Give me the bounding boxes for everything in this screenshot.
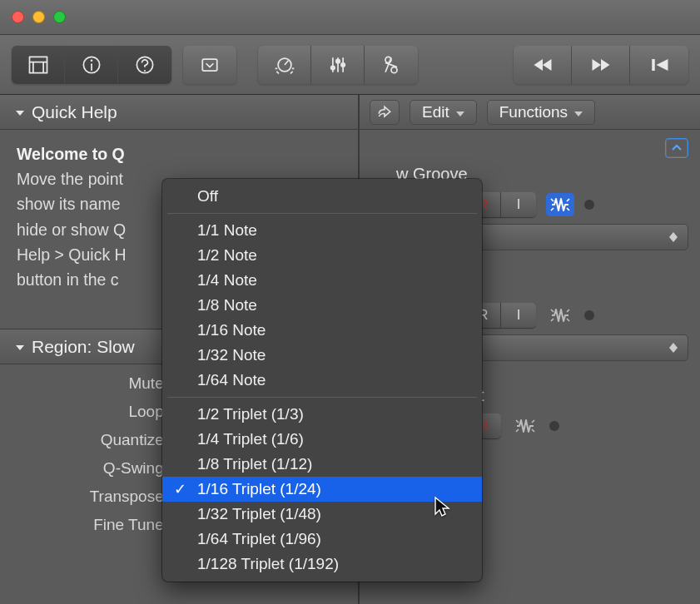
quantize-option[interactable]: 1/8 Triplet (1/12): [162, 452, 482, 477]
quantize-popup-menu[interactable]: Off1/1 Note1/2 Note1/4 Note1/8 Note1/16 …: [162, 179, 482, 582]
track-toolbar: Edit Functions: [360, 95, 700, 130]
quantize-option[interactable]: 1/4 Triplet (1/6): [162, 427, 482, 452]
inspector-button[interactable]: [65, 46, 118, 84]
mouse-cursor-icon: [434, 496, 450, 517]
library-button[interactable]: [12, 46, 65, 84]
toolbar-toggle-button[interactable]: [183, 46, 236, 84]
flex-icon[interactable]: [546, 193, 574, 216]
track-color-dot: [584, 200, 594, 210]
stepper-icon: [669, 343, 678, 353]
svg-point-19: [391, 67, 397, 72]
window-titlebar: [0, 0, 700, 35]
catch-playhead-button[interactable]: [370, 100, 400, 125]
menu-separator: [167, 397, 477, 398]
quantize-option[interactable]: 1/2 Note: [162, 243, 482, 268]
mixer-button[interactable]: [311, 46, 365, 84]
quantize-option[interactable]: 1/8 Note: [162, 293, 482, 318]
stepper-icon: [669, 232, 678, 242]
editors-button[interactable]: [365, 46, 418, 84]
track-color-dot: [584, 310, 594, 320]
input-monitor-button[interactable]: I: [501, 303, 536, 328]
disclosure-triangle-icon: [15, 337, 25, 357]
region-title: Region: Slow: [32, 337, 135, 357]
flex-icon[interactable]: [546, 304, 574, 327]
param-label: Mute:: [0, 374, 176, 393]
svg-line-8: [276, 71, 279, 73]
chevron-down-icon: [574, 103, 583, 121]
param-label: Transpose:: [0, 488, 176, 506]
quantize-option[interactable]: 1/64 Triplet (1/96): [162, 527, 482, 552]
quantize-option[interactable]: 1/16 Note: [162, 318, 482, 343]
svg-point-17: [340, 62, 344, 66]
disclosure-triangle-icon: [15, 102, 25, 122]
flex-icon[interactable]: [511, 414, 539, 438]
functions-menu[interactable]: Functions: [487, 100, 595, 125]
svg-rect-5: [202, 59, 217, 71]
smart-controls-button[interactable]: [258, 46, 311, 84]
param-label: Quantize:: [0, 431, 176, 449]
close-window-button[interactable]: [12, 11, 24, 23]
quantize-option[interactable]: 1/2 Triplet (1/3): [162, 402, 482, 427]
zoom-window-button[interactable]: [53, 11, 66, 23]
chevron-down-icon: [456, 103, 464, 121]
quantize-option[interactable]: 1/64 Note: [162, 368, 482, 393]
svg-line-7: [285, 60, 288, 64]
hide-flex-button[interactable]: [665, 138, 688, 158]
track-color-dot: [549, 421, 559, 431]
edit-menu[interactable]: Edit: [410, 100, 477, 125]
menu-separator: [167, 213, 477, 214]
checkmark-icon: ✓: [174, 480, 186, 498]
minimize-window-button[interactable]: [32, 11, 45, 23]
svg-line-10: [290, 71, 293, 73]
param-label: Loop:: [0, 403, 176, 421]
quick-help-title: Quick Help: [32, 102, 117, 122]
input-monitor-button[interactable]: I: [501, 192, 536, 217]
quick-help-header[interactable]: Quick Help: [0, 95, 358, 130]
main-toolbar: [0, 35, 700, 95]
quantize-option[interactable]: 1/128 Triplet (1/192): [162, 552, 482, 577]
quantize-option[interactable]: 1/32 Note: [162, 343, 482, 368]
svg-rect-22: [652, 59, 655, 71]
go-to-start-button[interactable]: [630, 46, 688, 84]
quantize-option[interactable]: 1/4 Note: [162, 268, 482, 293]
quick-help-button[interactable]: [118, 46, 171, 84]
param-label: Fine Tune:: [0, 516, 176, 534]
rewind-button[interactable]: [514, 46, 572, 84]
svg-point-15: [330, 66, 334, 69]
svg-point-16: [335, 59, 339, 62]
forward-button[interactable]: [572, 46, 630, 84]
quantize-option[interactable]: 1/1 Note: [162, 218, 482, 243]
svg-point-4: [144, 69, 146, 71]
param-label: Q-Swing:: [0, 459, 176, 478]
quantize-option[interactable]: Off: [162, 184, 482, 209]
